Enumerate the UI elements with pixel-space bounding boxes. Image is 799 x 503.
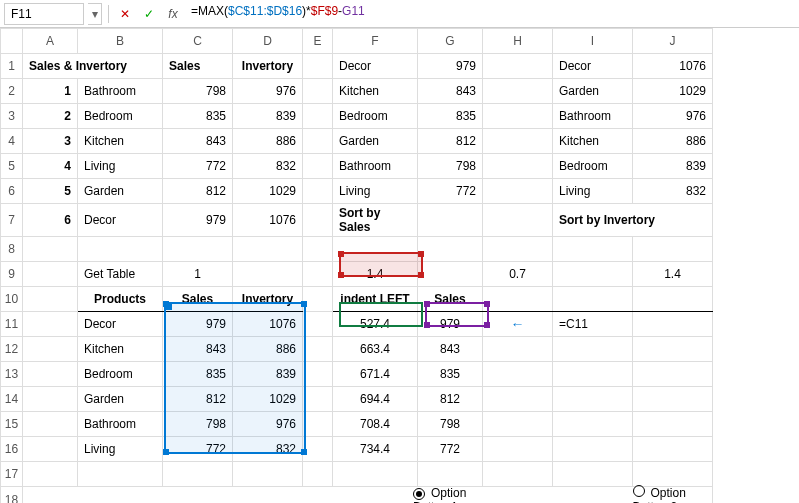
- cell[interactable]: 671.4: [333, 362, 417, 386]
- row-header[interactable]: 18: [1, 487, 23, 504]
- cell[interactable]: Bedroom: [553, 154, 632, 178]
- cell[interactable]: 1076: [233, 204, 302, 236]
- cell[interactable]: 1.4: [633, 262, 712, 286]
- cell[interactable]: 1.4: [333, 262, 417, 286]
- cell[interactable]: Living: [78, 437, 162, 461]
- row-header[interactable]: 15: [1, 412, 23, 437]
- cell[interactable]: 979: [418, 312, 482, 336]
- header-cell[interactable]: Invertory: [233, 54, 302, 78]
- cell[interactable]: 1029: [633, 79, 712, 103]
- cell[interactable]: 976: [233, 79, 302, 103]
- header-cell[interactable]: Invertory: [233, 287, 302, 311]
- col-header[interactable]: A: [23, 29, 78, 54]
- option-button-1[interactable]: Option Button 1: [413, 486, 493, 504]
- cell[interactable]: =C11: [553, 312, 632, 336]
- cell[interactable]: 839: [233, 362, 302, 386]
- row-header[interactable]: 1: [1, 54, 23, 79]
- cell[interactable]: 886: [233, 337, 302, 361]
- cell[interactable]: Garden: [78, 387, 162, 411]
- row-header[interactable]: 14: [1, 387, 23, 412]
- cell[interactable]: 812: [163, 387, 232, 411]
- cell[interactable]: Bathroom: [78, 412, 162, 436]
- cell[interactable]: Living: [333, 179, 417, 203]
- row-header[interactable]: 2: [1, 79, 23, 104]
- name-box-dropdown[interactable]: ▾: [88, 3, 102, 25]
- cell[interactable]: 694.4: [333, 387, 417, 411]
- cell[interactable]: 798: [418, 412, 482, 436]
- cell[interactable]: Bedroom: [78, 362, 162, 386]
- cell[interactable]: 772: [163, 154, 232, 178]
- row-header[interactable]: 10: [1, 287, 23, 312]
- cell[interactable]: Bedroom: [78, 104, 162, 128]
- col-header[interactable]: I: [553, 29, 633, 54]
- cell[interactable]: 839: [233, 104, 302, 128]
- cell[interactable]: 1: [23, 79, 77, 103]
- cell[interactable]: 5: [23, 179, 77, 203]
- cell[interactable]: 798: [163, 412, 232, 436]
- cell[interactable]: 843: [163, 337, 232, 361]
- cell[interactable]: 734.4: [333, 437, 417, 461]
- col-header[interactable]: J: [633, 29, 713, 54]
- cell[interactable]: 772: [418, 437, 482, 461]
- cell[interactable]: 772: [418, 179, 482, 203]
- cell[interactable]: 1076: [633, 54, 712, 78]
- selected-cell[interactable]: 527.4: [333, 312, 417, 336]
- cell[interactable]: 4: [23, 154, 77, 178]
- cell[interactable]: 835: [418, 362, 482, 386]
- cell[interactable]: Decor: [78, 204, 162, 236]
- cell[interactable]: 976: [233, 412, 302, 436]
- col-header[interactable]: H: [483, 29, 553, 54]
- cell[interactable]: 0.7: [483, 262, 552, 286]
- header-cell[interactable]: Sales & Invertory: [23, 54, 162, 78]
- row-header[interactable]: 7: [1, 204, 23, 237]
- cell[interactable]: Garden: [78, 179, 162, 203]
- header-cell[interactable]: Sales: [418, 287, 482, 311]
- cell[interactable]: 835: [163, 362, 232, 386]
- cell[interactable]: 843: [418, 79, 482, 103]
- cell[interactable]: 832: [233, 437, 302, 461]
- cell[interactable]: Bathroom: [333, 154, 417, 178]
- cell[interactable]: 843: [163, 129, 232, 153]
- cell[interactable]: 835: [163, 104, 232, 128]
- cell[interactable]: 979: [163, 312, 232, 336]
- row-header[interactable]: 8: [1, 237, 23, 262]
- cell[interactable]: 812: [418, 387, 482, 411]
- cell[interactable]: Living: [553, 179, 632, 203]
- header-cell[interactable]: Products: [78, 287, 162, 311]
- cell[interactable]: 1: [163, 262, 232, 286]
- enter-icon[interactable]: ✓: [139, 4, 159, 24]
- col-header[interactable]: B: [78, 29, 163, 54]
- cell[interactable]: Decor: [553, 54, 632, 78]
- cell[interactable]: Kitchen: [333, 79, 417, 103]
- row-header[interactable]: 11: [1, 312, 23, 337]
- row-header[interactable]: 6: [1, 179, 23, 204]
- cell[interactable]: Living: [78, 154, 162, 178]
- formula-input[interactable]: =MAX($C$11:$D$16)*$F$9-G11: [187, 3, 795, 25]
- select-all-corner[interactable]: [1, 29, 23, 54]
- cell[interactable]: 663.4: [333, 337, 417, 361]
- cell[interactable]: 6: [23, 204, 77, 236]
- col-header[interactable]: D: [233, 29, 303, 54]
- header-cell[interactable]: Sales: [163, 287, 232, 311]
- cell[interactable]: 979: [418, 54, 482, 78]
- cell[interactable]: 835: [418, 104, 482, 128]
- cell[interactable]: 1076: [233, 312, 302, 336]
- cell[interactable]: 839: [633, 154, 712, 178]
- col-header[interactable]: C: [163, 29, 233, 54]
- row-header[interactable]: 12: [1, 337, 23, 362]
- cell[interactable]: 976: [633, 104, 712, 128]
- option-button-2[interactable]: Option Button 2: [633, 485, 713, 503]
- cell[interactable]: 2: [23, 104, 77, 128]
- cell[interactable]: Kitchen: [553, 129, 632, 153]
- cell[interactable]: 812: [418, 129, 482, 153]
- cell[interactable]: 979: [163, 204, 232, 236]
- col-header[interactable]: E: [303, 29, 333, 54]
- row-header[interactable]: 3: [1, 104, 23, 129]
- header-cell[interactable]: Sales: [163, 54, 232, 78]
- cell[interactable]: 832: [233, 154, 302, 178]
- row-header[interactable]: 5: [1, 154, 23, 179]
- cell[interactable]: Sort by Invertory: [553, 204, 712, 236]
- cancel-icon[interactable]: ✕: [115, 4, 135, 24]
- cell[interactable]: Decor: [78, 312, 162, 336]
- col-header[interactable]: G: [418, 29, 483, 54]
